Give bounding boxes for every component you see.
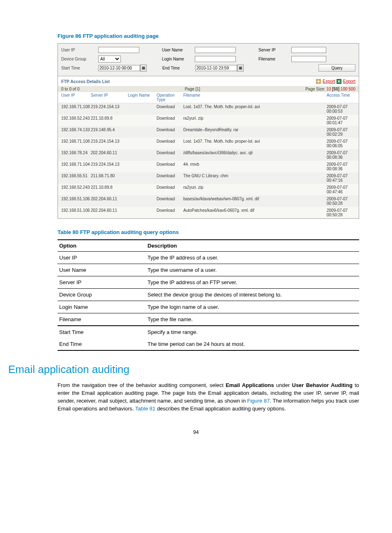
device-group-select[interactable]: All <box>98 56 121 63</box>
hdr-login[interactable]: Login Name <box>128 93 157 102</box>
list-page: Page [1] <box>185 87 200 91</box>
desc-start-time: Specify a time range. <box>146 326 359 338</box>
pagesize-10[interactable]: 10 <box>326 87 331 91</box>
calendar-icon[interactable]: ▦ <box>140 65 147 72</box>
server-ip-input[interactable] <box>291 47 326 53</box>
email-paragraph: From the navigation tree of the behavior… <box>58 382 359 412</box>
hdr-file[interactable]: Filename <box>183 93 327 102</box>
table-row: 192.168.78.24202.204.60.11Download/diffs… <box>58 149 359 161</box>
email-heading: Email application auditing <box>8 363 359 376</box>
table80-title: Table 80 FTP application auditing query … <box>58 229 359 235</box>
page-number: 94 <box>33 429 359 435</box>
opt-start-time: Start Time <box>58 326 146 338</box>
table-row: 192.168.52.243221.10.89.8Downloadra2yuri… <box>58 184 359 195</box>
calendar-icon[interactable]: ▦ <box>237 65 244 72</box>
export-link-2[interactable]: Export <box>343 79 355 83</box>
server-ip-label: Server IP <box>258 48 291 52</box>
page-size: Page Size: 10 [50] 100 500 <box>305 87 355 91</box>
list-range: 0 to 0 of 0 <box>61 87 79 91</box>
end-time-label: End Time <box>162 66 195 70</box>
export-xls-icon[interactable] <box>337 79 341 83</box>
table-row: 192.168.51.106202.204.60.11Downloadbases… <box>58 195 359 207</box>
pagesize-500[interactable]: 500 <box>348 87 355 91</box>
filename-label: Filename <box>258 57 291 61</box>
list-header: User IP Server IP Login Name Operation T… <box>58 92 359 103</box>
figure-87-link[interactable]: Figure 87 <box>247 398 270 404</box>
table-row: User NameType the username of a user. <box>58 264 359 276</box>
table-row: 192.168.55.51211.68.71.80DownloadThe GNU… <box>58 172 359 184</box>
export-area: Export Export <box>316 79 355 84</box>
device-group-label: Device Group <box>61 57 98 61</box>
table-row: Device GroupSelect the device group the … <box>58 289 359 301</box>
hdr-op[interactable]: Operation Type <box>157 93 183 102</box>
start-time-input[interactable] <box>98 65 140 71</box>
table-row: Login NameType the login name of a user. <box>58 301 359 313</box>
filename-input[interactable] <box>291 56 326 62</box>
user-name-input[interactable] <box>195 47 236 53</box>
user-ip-label: User IP <box>61 48 98 52</box>
figure-title: Figure 86 FTP application auditing page <box>58 33 359 39</box>
table-row: 192.168.71.108219.224.154.13DownloadLost… <box>58 103 359 115</box>
login-name-input[interactable] <box>195 56 236 62</box>
pagesize-50[interactable]: [50] <box>332 87 339 91</box>
hdr-time[interactable]: Access Time <box>327 93 355 102</box>
ftp-auditing-screenshot: User IP User Name Server IP Device Group… <box>58 43 359 219</box>
hdr-userip[interactable]: User IP <box>61 93 91 102</box>
table-row: 192.168.71.108219.224.154.13DownloadLost… <box>58 138 359 149</box>
table-row: Server IPType the IP address of an FTP s… <box>58 276 359 289</box>
table-row: 192.168.51.106202.204.60.11DownloadAutoP… <box>58 207 359 218</box>
table-row: User IPType the IP address of a user. <box>58 252 359 264</box>
user-ip-input[interactable] <box>98 47 139 53</box>
login-name-label: Login Name <box>162 57 195 61</box>
table-row: 192.168.74.133219.148.95.4DownloadDreamt… <box>58 126 359 138</box>
hdr-serverip[interactable]: Server IP <box>91 93 128 102</box>
pagesize-100[interactable]: 100 <box>341 87 348 91</box>
query-button[interactable]: Query <box>318 64 355 72</box>
desc-end-time: The time period can be 24 hours at most. <box>146 338 359 350</box>
end-time-input[interactable] <box>195 65 237 71</box>
export-link-1[interactable]: Export <box>323 79 335 83</box>
hdr-desc: Description <box>146 240 359 252</box>
start-time-label: Start Time <box>61 66 98 70</box>
options-table: Option Description User IPType the IP ad… <box>58 239 359 351</box>
opt-end-time: End Time <box>58 338 146 350</box>
table-row: 192.168.52.243221.10.89.8Downloadra2yuri… <box>58 115 359 126</box>
filter-panel: User IP User Name Server IP Device Group… <box>58 44 359 76</box>
table-row: FilenameType the file name. <box>58 313 359 326</box>
user-name-label: User Name <box>162 48 195 52</box>
table-81-link[interactable]: Table 81 <box>135 406 155 412</box>
export-csv-icon[interactable] <box>316 79 321 83</box>
hdr-option: Option <box>58 240 146 252</box>
list-title: FTP Access Details List <box>61 79 110 84</box>
table-row: 192.168.71.104219.224.154.13Download44. … <box>58 161 359 172</box>
